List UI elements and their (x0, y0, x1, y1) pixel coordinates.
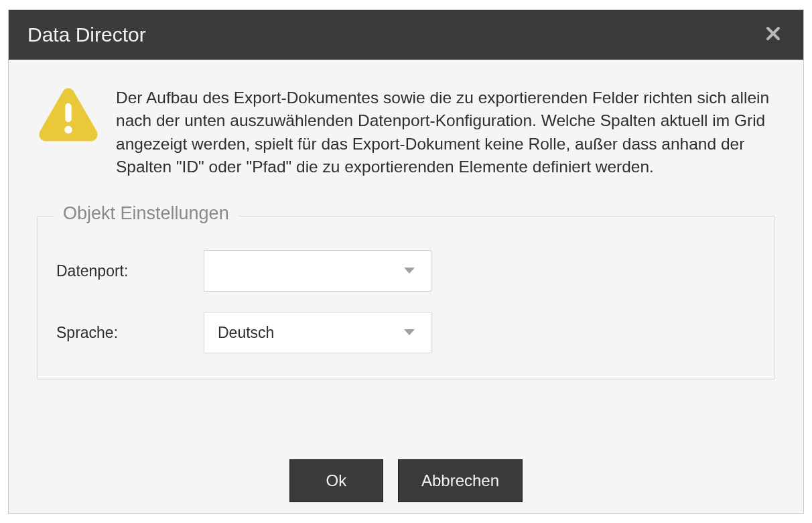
cancel-button[interactable]: Abbrechen (398, 459, 523, 502)
chevron-down-icon (403, 266, 416, 276)
close-icon (765, 25, 781, 44)
object-settings-fieldset: Objekt Einstellungen Datenport: Sprache:… (37, 216, 775, 380)
warning-icon (37, 85, 100, 146)
close-button[interactable] (762, 23, 785, 46)
data-director-dialog: Data Director Der Aufbau des Export-Doku… (8, 9, 804, 514)
dialog-title: Data Director (27, 23, 146, 46)
language-select[interactable]: Deutsch (204, 312, 431, 353)
language-row: Sprache: Deutsch (56, 312, 756, 353)
ok-button[interactable]: Ok (289, 459, 383, 502)
dialog-titlebar: Data Director (9, 10, 803, 60)
dialog-footer: Ok Abbrechen (9, 458, 803, 513)
info-text: Der Aufbau des Export-Dokumentes sowie d… (116, 85, 775, 178)
svg-rect-2 (65, 103, 71, 122)
info-row: Der Aufbau des Export-Dokumentes sowie d… (37, 85, 775, 178)
language-value: Deutsch (218, 324, 274, 342)
dialog-body: Der Aufbau des Export-Dokumentes sowie d… (9, 60, 803, 458)
dataport-label: Datenport: (56, 262, 204, 280)
dataport-select[interactable] (204, 250, 431, 292)
chevron-down-icon (403, 328, 416, 337)
svg-point-3 (64, 126, 72, 133)
fieldset-legend: Objekt Einstellungen (54, 203, 239, 224)
dataport-row: Datenport: (56, 250, 756, 292)
language-label: Sprache: (56, 324, 204, 342)
